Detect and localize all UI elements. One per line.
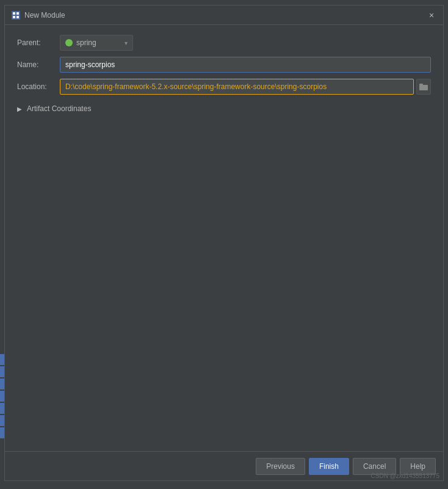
artifact-coordinates-toggle[interactable]: ▶ Artifact Coordinates (17, 103, 431, 114)
artifact-coordinates-section: ▶ Artifact Coordinates (17, 103, 431, 114)
title-bar-left: New Module (11, 10, 65, 20)
watermark: CSDN @zxd1435513775 (371, 473, 439, 479)
parent-value: spring (76, 38, 96, 47)
parent-dropdown[interactable]: spring ▾ (60, 35, 133, 51)
artifact-arrow-icon: ▶ (17, 106, 24, 112)
svg-rect-4 (16, 16, 19, 18)
location-label: Location: (17, 82, 60, 91)
dialog-content: Parent: spring ▾ Name: Location: (5, 25, 443, 451)
svg-rect-1 (13, 12, 15, 15)
location-input[interactable] (60, 79, 414, 95)
spring-icon (65, 39, 73, 46)
svg-rect-2 (16, 12, 19, 15)
name-control (60, 57, 431, 73)
title-bar: New Module × (5, 5, 443, 25)
name-row: Name: (17, 57, 431, 73)
parent-label: Parent: (17, 38, 60, 47)
svg-rect-5 (419, 85, 428, 90)
close-button[interactable]: × (425, 9, 438, 22)
dropdown-arrow-icon: ▾ (125, 40, 128, 46)
svg-rect-6 (419, 84, 423, 85)
finish-button[interactable]: Finish (309, 458, 349, 475)
name-label: Name: (17, 60, 60, 69)
new-module-dialog: New Module × Parent: spring ▾ Name: (4, 5, 444, 481)
previous-button[interactable]: Previous (256, 458, 305, 475)
parent-control: spring ▾ (60, 35, 431, 51)
svg-rect-3 (13, 16, 15, 18)
parent-row: Parent: spring ▾ (17, 35, 431, 51)
folder-browse-button[interactable] (416, 79, 431, 95)
location-control (60, 79, 431, 95)
module-icon (11, 10, 21, 20)
name-input[interactable] (60, 57, 431, 73)
artifact-coordinates-label: Artifact Coordinates (27, 104, 91, 113)
location-row: Location: (17, 79, 431, 95)
dialog-title: New Module (24, 11, 65, 20)
